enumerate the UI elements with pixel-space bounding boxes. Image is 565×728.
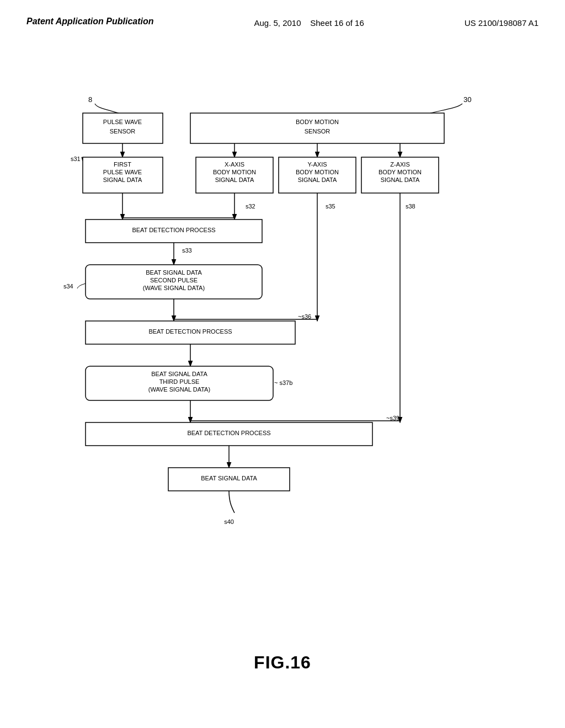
svg-text:PULSE WAVE: PULSE WAVE: [103, 169, 142, 175]
ref-s33: s33: [182, 247, 192, 254]
svg-text:SIGNAL DATA: SIGNAL DATA: [298, 176, 337, 183]
svg-text:BEAT DETECTION PROCESS: BEAT DETECTION PROCESS: [132, 227, 215, 233]
ref-s37b: ~ s37b: [274, 379, 292, 386]
ref-s34: s34: [63, 283, 73, 290]
arrow-signal3-s40: [229, 491, 234, 513]
ref-s39: ~s39: [386, 415, 399, 421]
figure-label: FIG.16: [254, 652, 311, 673]
ref-8: 8: [88, 95, 92, 104]
ref-s35: s35: [326, 203, 335, 210]
pulse-wave-sensor-label: PULSE WAVE: [103, 119, 142, 125]
svg-text:BEAT DETECTION PROCESS: BEAT DETECTION PROCESS: [148, 328, 232, 335]
diagram: 8 30 PULSE WAVE SENSOR BODY MOTION SENSO…: [33, 72, 532, 568]
svg-text:BEAT SIGNAL DATA: BEAT SIGNAL DATA: [201, 475, 257, 481]
svg-text:SECOND PULSE: SECOND PULSE: [150, 277, 198, 283]
svg-text:SIGNAL DATA: SIGNAL DATA: [103, 176, 142, 183]
svg-text:BEAT SIGNAL DATA: BEAT SIGNAL DATA: [146, 269, 202, 276]
ref-30: 30: [463, 95, 471, 104]
patent-number: US 2100/198087 A1: [465, 15, 539, 30]
svg-text:BEAT DETECTION PROCESS: BEAT DETECTION PROCESS: [187, 430, 270, 436]
svg-text:Z-AXIS: Z-AXIS: [390, 161, 409, 168]
svg-text:BODY MOTION: BODY MOTION: [213, 169, 256, 175]
ref-s40: s40: [224, 518, 234, 525]
svg-text:BODY MOTION: BODY MOTION: [296, 169, 339, 175]
ref-s32: s32: [246, 203, 255, 210]
publication-title: Patent Application Publication: [26, 15, 154, 28]
svg-text:FIRST: FIRST: [114, 161, 131, 168]
svg-text:(WAVE SIGNAL DATA): (WAVE SIGNAL DATA): [148, 386, 210, 393]
svg-text:BEAT SIGNAL DATA: BEAT SIGNAL DATA: [151, 371, 207, 377]
svg-text:BODY MOTION: BODY MOTION: [379, 169, 422, 175]
svg-text:X-AXIS: X-AXIS: [225, 161, 244, 168]
body-motion-sensor-label: BODY MOTION: [296, 119, 339, 125]
ref-s38: s38: [406, 203, 415, 210]
ref-s31: s31: [71, 156, 81, 162]
publication-date: Aug. 5, 2010: [254, 18, 301, 28]
header-date-sheet: Aug. 5, 2010 Sheet 16 of 16: [254, 15, 364, 30]
svg-text:SENSOR: SENSOR: [305, 128, 331, 135]
svg-text:SENSOR: SENSOR: [110, 128, 136, 135]
svg-text:SIGNAL DATA: SIGNAL DATA: [215, 176, 254, 183]
ref-s36: ~s36: [298, 313, 311, 320]
svg-text:(WAVE SIGNAL DATA): (WAVE SIGNAL DATA): [143, 285, 205, 291]
page-header: Patent Application Publication Aug. 5, 2…: [0, 0, 565, 30]
svg-text:THIRD PULSE: THIRD PULSE: [159, 378, 200, 385]
svg-text:SIGNAL DATA: SIGNAL DATA: [381, 176, 420, 183]
svg-text:Y-AXIS: Y-AXIS: [307, 161, 327, 168]
sheet-info: Sheet 16 of 16: [310, 18, 364, 28]
